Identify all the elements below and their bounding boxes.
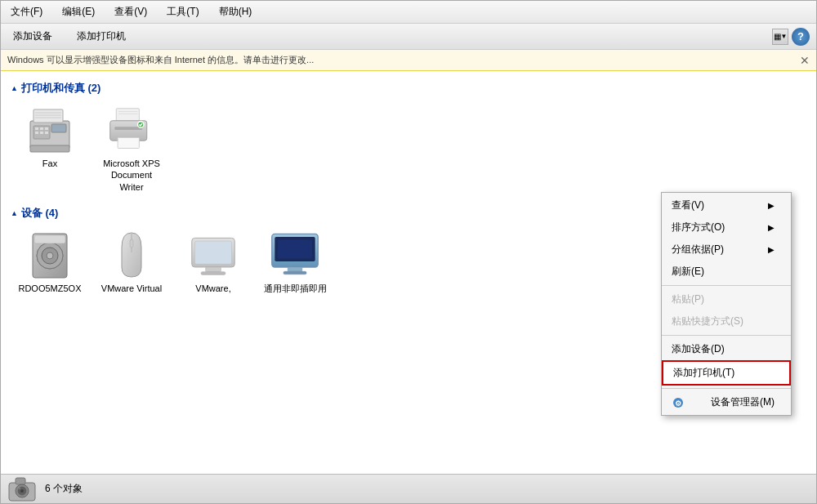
ctx-sep-2 [662,335,791,336]
rdoo-item[interactable]: RDOO5MZ5OX [17,230,83,294]
menu-file[interactable]: 文件(F) [7,3,46,20]
ctx-device-manager-label: 设备管理器(M) [711,395,775,409]
menu-tools[interactable]: 工具(T) [163,3,202,20]
svg-rect-30 [195,241,232,264]
ctx-add-printer-label: 添加打印机(T) [673,366,734,380]
xps-item[interactable]: Microsoft XPS Document Writer [99,105,164,193]
question-mark-icon: ? [797,30,804,42]
vmware-mouse-label: VMware Virtual [101,283,162,294]
printers-section-title: 打印机和传真 (2) [21,81,101,96]
main-window: 文件(F) 编辑(E) 查看(V) 工具(T) 帮助(H) 添加设备 添加打印机… [0,0,817,504]
generic-label: 通用非即插即用 [264,283,327,294]
ctx-refresh-label: 刷新(E) [672,265,704,279]
ctx-paste-shortcut-label: 粘贴快捷方式(S) [672,314,743,328]
ctx-view[interactable]: 查看(V) ▶ [662,194,791,216]
context-menu: 查看(V) ▶ 排序方式(O) ▶ 分组依据(P) ▶ 刷新(E) 粘贴(P) … [661,192,792,416]
vmware-label: VMware, [195,283,230,294]
ctx-add-device[interactable]: 添加设备(D) [662,338,791,360]
svg-rect-8 [45,127,48,130]
svg-rect-11 [45,132,48,134]
ctx-group[interactable]: 分组依据(P) ▶ [662,239,791,261]
svg-rect-37 [283,271,306,274]
info-bar: Windows 可以显示增强型设备图标和来自 Internet 的信息。请单击进… [1,50,816,71]
devices-section-title: 设备 (4) [21,206,59,221]
ctx-paste-shortcut: 粘贴快捷方式(S) [662,310,791,332]
svg-rect-13 [30,145,69,152]
rdoo-icon-container [25,230,74,279]
ctx-sort[interactable]: 排序方式(O) ▶ [662,216,791,239]
ctx-sep-3 [662,388,791,389]
svg-rect-19 [118,137,139,148]
add-device-button[interactable]: 添加设备 [7,26,58,47]
menu-bar: 文件(F) 编辑(E) 查看(V) 工具(T) 帮助(H) [1,1,816,24]
vmware-mouse-icon-container [107,230,156,279]
ctx-sort-label: 排序方式(O) [672,221,725,234]
svg-rect-9 [35,132,38,134]
main-content: 打印机和传真 (2) [1,71,816,474]
rdoo-label: RDOO5MZ5OX [18,283,81,294]
svg-rect-41 [16,478,25,484]
status-count: 6 个对象 [45,482,83,496]
svg-rect-32 [201,272,225,275]
add-printer-button[interactable]: 添加打印机 [71,26,132,47]
fax-label: Fax [42,158,57,169]
ctx-sort-arrow-icon: ▶ [768,223,775,232]
svg-rect-10 [40,132,43,134]
help-button[interactable]: ? [792,28,810,46]
svg-point-25 [47,252,53,259]
vmware-icon-container [189,230,238,279]
camera-icon [7,476,37,502]
svg-text:⚙: ⚙ [675,399,681,408]
vmware-item[interactable]: VMware, [181,230,246,294]
ctx-view-label: 查看(V) [672,198,704,212]
vmware-mouse-item[interactable]: VMware Virtual [99,230,164,294]
device-mgr-icon: ⚙ [672,396,685,409]
dropdown-arrow-icon: ▼ [781,33,788,40]
view-options-button[interactable]: ▦ ▼ [772,29,788,45]
ctx-device-manager[interactable]: ⚙ 设备管理器(M) [662,391,791,413]
ctx-group-label: 分组依据(P) [672,243,724,256]
fax-item[interactable]: Fax [17,105,83,193]
ctx-add-printer[interactable]: 添加打印机(T) [662,360,791,386]
svg-point-44 [20,489,24,493]
view-icon: ▦ [774,32,781,41]
menu-help[interactable]: 帮助(H) [216,3,256,20]
menu-view[interactable]: 查看(V) [111,3,150,20]
svg-rect-7 [40,127,43,130]
svg-rect-26 [34,235,65,243]
svg-rect-36 [288,267,302,271]
info-message: Windows 可以显示增强型设备图标和来自 Internet 的信息。请单击进… [7,54,314,66]
svg-rect-35 [278,239,312,258]
svg-rect-31 [206,267,221,272]
svg-rect-28 [130,239,133,248]
xps-label: Microsoft XPS Document Writer [103,158,160,193]
printers-grid: Fax [11,105,806,193]
svg-rect-1 [33,109,63,123]
mouse-icon [115,230,148,280]
menu-edit[interactable]: 编辑(E) [59,3,98,20]
ctx-paste: 粘贴(P) [662,288,791,310]
ctx-group-arrow-icon: ▶ [768,245,775,254]
info-close-button[interactable]: ✕ [800,55,810,66]
svg-point-45 [19,488,20,489]
ctx-sep-1 [662,285,791,286]
svg-rect-6 [35,127,38,130]
fax-icon [27,106,73,154]
fax-icon-container [25,105,74,154]
status-camera-icon-container [7,476,37,502]
vmware-icon [189,230,238,279]
generic-item[interactable]: 通用非即插即用 [262,230,328,294]
hdd-icon [28,230,72,279]
ctx-refresh[interactable]: 刷新(E) [662,261,791,283]
svg-rect-12 [51,124,66,132]
monitor-icon [270,230,319,280]
status-bar: 6 个对象 [1,474,816,503]
ctx-paste-label: 粘贴(P) [672,292,704,306]
ctx-add-device-label: 添加设备(D) [672,342,725,356]
svg-rect-18 [114,127,142,130]
toolbar-right: ▦ ▼ ? [772,28,810,46]
printers-section-header: 打印机和传真 (2) [11,81,806,96]
ctx-view-arrow-icon: ▶ [768,201,775,210]
generic-icon-container [270,230,319,279]
toolbar: 添加设备 添加打印机 ▦ ▼ ? [1,24,816,50]
